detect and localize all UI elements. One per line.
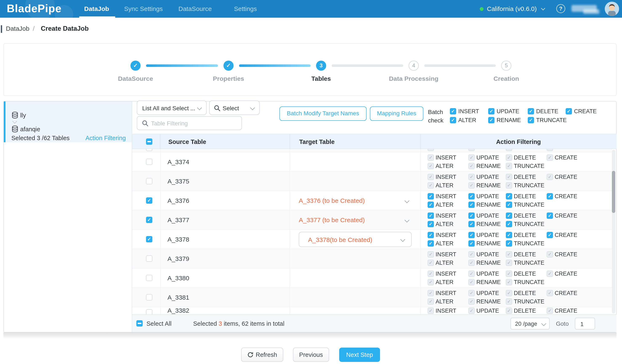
row-select-checkbox-a_3381[interactable] <box>146 294 152 301</box>
source-db-name: lly <box>20 112 26 119</box>
nav-item-settings[interactable]: Settings <box>234 0 257 18</box>
step-label-tables: Tables <box>311 75 331 82</box>
row-select-checkbox-a_3380[interactable] <box>146 275 152 281</box>
breadcrumb-parent[interactable]: DataJob <box>6 21 29 36</box>
selection-count-summary: Selected 3 items, 62 items in total <box>193 315 285 332</box>
target-table-name[interactable]: A_3376 (to be Created) <box>299 191 365 211</box>
action-rename-checkbox[interactable]: ✓ <box>468 240 475 247</box>
action-alter-checkbox: ✓ <box>428 182 434 189</box>
action-delete-checkbox[interactable]: ✓ <box>506 212 512 219</box>
row-select-checkbox-a_3379[interactable] <box>146 255 152 262</box>
select-all-label[interactable]: Select All <box>146 315 172 332</box>
column-select[interactable]: Select <box>209 101 260 115</box>
action-insert-label: INSERT <box>436 308 456 314</box>
batch-check-insert-label: INSERT <box>458 108 479 115</box>
batch-check-insert-checkbox[interactable]: ✓ <box>450 108 456 115</box>
mapping-rules-button[interactable]: Mapping Rules <box>370 106 423 121</box>
row-select-checkbox-a_3374[interactable] <box>146 159 152 165</box>
action-truncate-checkbox[interactable]: ✓ <box>506 240 512 247</box>
table-header: Source Table Target Table Action Filteri… <box>132 134 617 149</box>
table-filter-input[interactable]: Table Filtering <box>137 116 242 130</box>
nav-item-datajob[interactable]: DataJob <box>84 0 109 18</box>
nav-item-sync-settings[interactable]: Sync Settings <box>124 0 163 18</box>
batch-check-update-checkbox[interactable]: ✓ <box>488 108 494 115</box>
select-all-header-checkbox[interactable] <box>146 138 152 145</box>
select-all-footer-checkbox[interactable] <box>136 320 143 326</box>
brand-logo[interactable]: BladePipe <box>7 2 61 15</box>
action-update-label: UPDATE <box>476 154 499 161</box>
action-alter-checkbox[interactable]: ✓ <box>428 202 434 208</box>
nav-item-datasource[interactable]: DataSource <box>178 0 212 18</box>
target-table-name[interactable]: A_3377 (to be Created) <box>299 211 365 230</box>
action-rename-checkbox: ✓ <box>468 163 475 169</box>
action-filtering-link[interactable]: Action Filtering <box>85 135 126 141</box>
action-delete-checkbox[interactable]: ✓ <box>506 193 512 199</box>
target-table-select[interactable]: A_3378(to be Created) <box>299 232 411 247</box>
batch-check-rename-checkbox[interactable]: ✓ <box>488 117 494 123</box>
action-update-checkbox[interactable]: ✓ <box>468 232 475 238</box>
action-create-checkbox[interactable]: ✓ <box>547 212 553 219</box>
stepper-card <box>3 43 617 96</box>
action-update-checkbox[interactable]: ✓ <box>468 212 475 219</box>
step-circle-tables[interactable]: 3 <box>316 61 326 71</box>
goto-page-input[interactable]: 1 <box>575 318 595 329</box>
action-insert-checkbox[interactable]: ✓ <box>428 232 434 238</box>
chevron-down-icon[interactable] <box>541 6 545 10</box>
action-alter-checkbox[interactable]: ✓ <box>428 240 434 247</box>
action-alter-checkbox[interactable]: ✓ <box>428 221 434 227</box>
refresh-button[interactable]: Refresh <box>241 347 283 362</box>
stepper-connector <box>239 64 311 67</box>
action-insert-checkbox[interactable]: ✓ <box>428 212 434 219</box>
step-circle-creation[interactable]: 5 <box>501 61 511 71</box>
action-insert-checkbox[interactable]: ✓ <box>428 193 434 199</box>
list-mode-select[interactable]: List All and Select ... <box>137 101 207 115</box>
action-alter-checkbox: ✓ <box>428 260 434 266</box>
next-step-button[interactable]: Next Step <box>339 347 380 362</box>
row-select-checkbox-a_3376[interactable]: ✓ <box>146 197 152 204</box>
step-circle-data-processing[interactable]: 4 <box>409 61 419 71</box>
previous-button[interactable]: Previous <box>293 347 329 362</box>
environment-selector[interactable]: California (v0.6.0) <box>487 0 537 18</box>
row-select-checkbox-a_3377[interactable]: ✓ <box>146 217 152 223</box>
stepper-connector <box>424 64 496 67</box>
batch-modify-target-names-button[interactable]: Batch Modify Target Names <box>279 106 367 121</box>
action-rename-label: RENAME <box>476 202 501 208</box>
action-update-checkbox[interactable]: ✓ <box>468 193 475 199</box>
table-scrollbar-thumb[interactable] <box>612 171 615 213</box>
batch-check-create-checkbox[interactable]: ✓ <box>566 108 572 115</box>
action-insert-label: INSERT <box>436 212 456 219</box>
user-avatar[interactable] <box>605 2 619 16</box>
action-rename-checkbox[interactable]: ✓ <box>468 221 475 227</box>
batch-check-delete-checkbox[interactable]: ✓ <box>528 108 534 115</box>
help-icon[interactable]: ? <box>556 4 565 13</box>
batch-check-truncate-checkbox[interactable]: ✓ <box>528 117 534 123</box>
row-select-checkbox-a_3375[interactable] <box>146 178 152 184</box>
step-circle-properties[interactable]: ✓ <box>223 61 233 71</box>
action-truncate-label: TRUNCATE <box>514 240 544 247</box>
target-chevron-down-icon[interactable] <box>405 218 409 223</box>
action-delete-checkbox: ✓ <box>506 270 512 277</box>
header-divider <box>420 134 421 149</box>
batch-check-truncate-label: TRUNCATE <box>536 117 567 123</box>
target-chevron-down-icon[interactable] <box>405 198 409 203</box>
action-insert-label: INSERT <box>436 232 456 238</box>
action-update-checkbox: ✓ <box>468 308 475 314</box>
step-circle-datasource[interactable]: ✓ <box>131 61 140 71</box>
action-truncate-checkbox[interactable]: ✓ <box>506 202 512 208</box>
table-row-a_3374: A_3374✓INSERT✓UPDATE✓DELETE✓CREATE✓ALTER… <box>132 152 612 172</box>
batch-check-update-label: UPDATE <box>497 108 519 115</box>
row-select-checkbox-a_3378[interactable]: ✓ <box>146 236 152 242</box>
column-divider <box>420 149 421 314</box>
row-select-checkbox-a_3382[interactable] <box>146 309 152 314</box>
action-rename-checkbox[interactable]: ✓ <box>468 202 475 208</box>
action-delete-checkbox[interactable]: ✓ <box>506 232 512 238</box>
action-alter-label: ALTER <box>436 260 453 266</box>
page-size-select[interactable]: 20 /page <box>510 318 550 329</box>
action-create-checkbox[interactable]: ✓ <box>547 193 553 199</box>
action-create-checkbox[interactable]: ✓ <box>547 232 553 238</box>
action-checkbox-partial <box>428 149 434 151</box>
batch-check-alter-checkbox[interactable]: ✓ <box>450 117 456 123</box>
source-table-name: A_3376 <box>168 191 189 211</box>
breadcrumb-accent-bar <box>1 25 2 33</box>
action-truncate-checkbox[interactable]: ✓ <box>506 221 512 227</box>
